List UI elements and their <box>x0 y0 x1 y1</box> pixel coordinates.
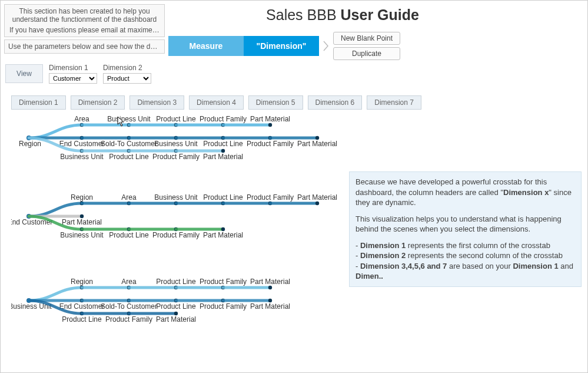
duplicate-button[interactable]: Duplicate <box>333 47 400 60</box>
segment-dimension[interactable]: "Dimension" <box>244 36 319 56</box>
page-title: Sales BBB User Guide <box>168 6 587 24</box>
svg-text:Product Line: Product Line <box>62 315 102 324</box>
svg-text:Part Material: Part Material <box>250 302 290 311</box>
svg-text:Business Unit: Business Unit <box>154 140 198 148</box>
svg-text:Product Family: Product Family <box>152 231 200 239</box>
svg-text:Product Line: Product Line <box>203 193 243 202</box>
tree-region: RegionAreaBusiness UnitProduct LineProdu… <box>11 114 347 161</box>
svg-text:Area: Area <box>74 115 89 123</box>
svg-point-61 <box>315 202 319 205</box>
svg-text:Part Material: Part Material <box>203 231 243 239</box>
help-text-box: This section has been created to help yo… <box>4 4 165 37</box>
svg-text:Part Material: Part Material <box>203 153 243 161</box>
dimension-2-select[interactable]: Product <box>103 73 151 84</box>
svg-text:Part Material: Part Material <box>297 140 337 148</box>
dimension-1-select[interactable]: Customer <box>49 73 97 84</box>
tree-end-customer: End CustomerRegionAreaBusiness UnitProdu… <box>11 193 347 246</box>
svg-point-14 <box>268 123 272 127</box>
svg-text:Product Family: Product Family <box>200 115 247 123</box>
svg-text:Product Line: Product Line <box>156 115 196 123</box>
svg-text:Sold-To Customer: Sold-To Customer <box>101 302 157 311</box>
svg-text:Region: Region <box>71 278 93 286</box>
svg-text:Region: Region <box>19 140 41 148</box>
svg-text:Product Line: Product Line <box>156 278 196 286</box>
svg-text:Business Unit: Business Unit <box>107 115 151 123</box>
tab-dimension-6[interactable]: Dimension 6 <box>308 95 363 110</box>
chevron-right-icon <box>319 40 333 52</box>
dimension-1-label: Dimension 1 <box>49 64 97 72</box>
svg-text:Business Unit: Business Unit <box>60 231 104 239</box>
tab-dimension-3[interactable]: Dimension 3 <box>129 95 184 110</box>
path-segmented-control: Measure "Dimension" <box>168 36 319 56</box>
svg-text:Business Unit: Business Unit <box>154 193 198 202</box>
parameters-hint-box: Use the parameters below and see how the… <box>4 39 165 54</box>
svg-point-90 <box>268 286 272 289</box>
tab-dimension-2[interactable]: Dimension 2 <box>71 95 125 110</box>
help-line-1: This section has been created to help yo… <box>9 7 160 24</box>
svg-text:Part Material: Part Material <box>250 115 290 123</box>
svg-text:Product Family: Product Family <box>247 193 294 202</box>
dimension-tabs: Dimension 1 Dimension 2 Dimension 3 Dime… <box>1 87 587 114</box>
tab-dimension-4[interactable]: Dimension 4 <box>189 95 244 110</box>
svg-text:Area: Area <box>121 278 137 286</box>
svg-text:End Customer: End Customer <box>59 140 105 148</box>
svg-text:Part Material: Part Material <box>156 315 196 324</box>
svg-text:Region: Region <box>71 193 93 202</box>
tree-business-unit: Business UnitRegionAreaProduct LineProdu… <box>11 277 347 324</box>
help-line-2: If you have questions please email at ma… <box>9 26 160 34</box>
svg-text:Product Line: Product Line <box>109 231 149 239</box>
svg-text:Product Family: Product Family <box>152 153 200 161</box>
new-blank-point-button[interactable]: New Blank Point <box>333 32 400 45</box>
svg-text:Business Unit: Business Unit <box>60 153 104 161</box>
svg-text:Product Family: Product Family <box>200 302 247 311</box>
svg-text:Product Family: Product Family <box>247 140 294 148</box>
svg-text:Product Family: Product Family <box>105 315 152 324</box>
svg-text:Area: Area <box>121 193 137 202</box>
svg-text:Product Line: Product Line <box>156 302 196 311</box>
svg-text:Product Family: Product Family <box>200 278 247 286</box>
svg-text:Part Material: Part Material <box>62 218 102 226</box>
svg-text:Product Line: Product Line <box>109 153 149 161</box>
svg-text:Part Material: Part Material <box>297 193 337 202</box>
svg-text:End Customer: End Customer <box>59 302 105 311</box>
explanation-panel: Because we have developed a powerful cro… <box>349 171 582 287</box>
dimension-2-label: Dimension 2 <box>103 64 151 72</box>
tab-dimension-7[interactable]: Dimension 7 <box>367 95 421 110</box>
tab-dimension-1[interactable]: Dimension 1 <box>11 95 66 110</box>
svg-text:Part Material: Part Material <box>250 278 290 286</box>
svg-text:Sold-To Customer: Sold-To Customer <box>101 140 157 148</box>
svg-text:Product Line: Product Line <box>203 140 243 148</box>
segment-measure[interactable]: Measure <box>168 36 244 56</box>
view-button[interactable]: View <box>5 64 43 83</box>
tab-dimension-5[interactable]: Dimension 5 <box>248 95 303 110</box>
